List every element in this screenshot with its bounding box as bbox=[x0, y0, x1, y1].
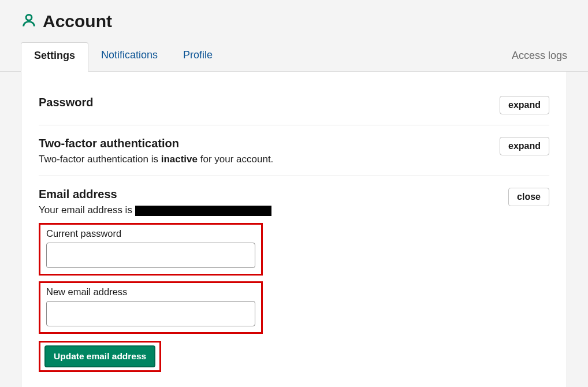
update-email-button[interactable]: Update email address bbox=[44, 345, 155, 367]
update-email-highlight: Update email address bbox=[39, 341, 161, 372]
current-password-group: Current password bbox=[39, 223, 263, 276]
current-password-label: Current password bbox=[46, 228, 255, 239]
tab-access-logs[interactable]: Access logs bbox=[512, 43, 567, 71]
new-email-group: New email address bbox=[39, 281, 263, 334]
tabs: Settings Notifications Profile Access lo… bbox=[0, 42, 588, 72]
tab-settings[interactable]: Settings bbox=[21, 42, 88, 72]
page-title: Account bbox=[43, 12, 112, 31]
twofa-expand-button[interactable]: expand bbox=[500, 137, 549, 155]
tab-notifications[interactable]: Notifications bbox=[88, 42, 170, 72]
current-password-input[interactable] bbox=[46, 243, 255, 268]
email-heading: Email address bbox=[39, 188, 271, 201]
email-redacted-value bbox=[135, 206, 271, 216]
tab-profile[interactable]: Profile bbox=[170, 42, 225, 72]
email-current: Your email address is bbox=[39, 204, 271, 216]
account-icon bbox=[21, 12, 37, 31]
new-email-input[interactable] bbox=[46, 301, 255, 326]
password-section: Password expand bbox=[39, 84, 549, 125]
email-close-button[interactable]: close bbox=[508, 188, 549, 206]
password-expand-button[interactable]: expand bbox=[500, 96, 549, 114]
twofa-heading: Two-factor authentication bbox=[39, 137, 273, 150]
new-email-label: New email address bbox=[46, 286, 255, 297]
settings-panel: Password expand Two-factor authenticatio… bbox=[21, 72, 567, 387]
twofa-section: Two-factor authentication Two-factor aut… bbox=[39, 125, 549, 176]
twofa-status: Two-factor authentication is inactive fo… bbox=[39, 154, 273, 165]
email-section: Email address Your email address is clos… bbox=[39, 176, 549, 382]
svg-point-0 bbox=[26, 14, 32, 20]
password-heading: Password bbox=[39, 96, 93, 109]
